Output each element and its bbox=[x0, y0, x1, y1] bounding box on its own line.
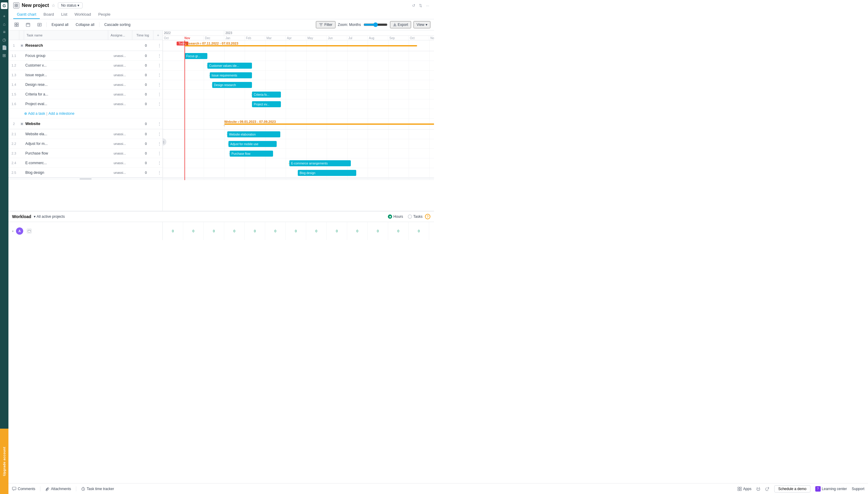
task-assignee: unassi... bbox=[111, 152, 135, 155]
month-jan23: Jan bbox=[224, 36, 245, 40]
calendar-view-button[interactable] bbox=[23, 22, 33, 28]
task-menu-button[interactable]: ⋮ bbox=[156, 170, 163, 175]
view-button[interactable]: View ▾ bbox=[413, 21, 430, 28]
sidebar: G ＋ ⌂ ≡ ◷ 📄 ⊞ 🔔 1 🔍 ⚙ Upgrade account bbox=[0, 0, 8, 247]
month-oct22: Oct bbox=[163, 36, 183, 40]
chevron-down-icon: ▾ bbox=[77, 3, 79, 7]
task-menu-button[interactable]: ⋮ bbox=[156, 160, 163, 165]
radio-tasks[interactable]: Tasks bbox=[408, 214, 423, 219]
tab-people[interactable]: People bbox=[95, 10, 114, 19]
list-view-button[interactable] bbox=[35, 22, 44, 28]
sidebar-icon-file[interactable]: 📄 bbox=[1, 44, 7, 51]
workload-filter-label: All active projects bbox=[37, 214, 65, 219]
svg-rect-16 bbox=[28, 230, 31, 232]
month-mar23: Mar bbox=[265, 36, 286, 40]
bar-label: Blog design bbox=[300, 171, 315, 175]
group-expand-icon[interactable]: ▣ bbox=[19, 44, 24, 47]
settings-icon[interactable]: ⇅ bbox=[419, 3, 422, 8]
tab-workload[interactable]: Workload bbox=[71, 10, 95, 19]
task-row: 1.6 Project eval... unassi... 0 ⋮ bbox=[8, 99, 163, 109]
add-task-button[interactable]: ⊕ Add a task bbox=[24, 111, 45, 116]
app-logo[interactable]: G bbox=[1, 2, 7, 9]
research-bar-orange[interactable] bbox=[184, 45, 417, 46]
tab-gantt-chart[interactable]: Gantt chart bbox=[13, 10, 40, 19]
task-row: 1.5 Criteria for a... unassi... 0 ⋮ bbox=[8, 90, 163, 99]
website-bar-orange[interactable] bbox=[224, 124, 434, 125]
criteria-bar[interactable]: Criteria fo... bbox=[252, 92, 281, 98]
help-icon[interactable]: ? bbox=[425, 214, 430, 219]
svg-rect-5 bbox=[17, 23, 18, 24]
gantt-chart-area[interactable]: ◁ 2022 2023 Oct Nov Dec Jan Feb Mar Apr bbox=[163, 31, 434, 211]
cascade-sorting-button[interactable]: Cascade sorting bbox=[102, 22, 133, 28]
website-label: Website ı 09.01.2023 - 07.09.2023 bbox=[224, 120, 276, 124]
task-menu-button[interactable]: ⋮ bbox=[156, 141, 163, 146]
grid-view-button[interactable] bbox=[12, 22, 21, 28]
task-timelog: 0 bbox=[135, 132, 156, 136]
task-name: Customer v... bbox=[24, 63, 111, 68]
status-label: No status bbox=[61, 3, 77, 7]
sidebar-icon-home[interactable]: ⌂ bbox=[1, 21, 7, 27]
blog-design-bar[interactable]: Blog design bbox=[298, 170, 356, 176]
task-menu-button[interactable]: ⋮ bbox=[156, 53, 163, 58]
group-menu-button-2[interactable]: ⋮ bbox=[156, 121, 163, 126]
filter-button[interactable]: Filter bbox=[316, 21, 335, 28]
zoom-slider[interactable] bbox=[364, 22, 388, 27]
task-num: 2.1 bbox=[8, 132, 19, 136]
group-menu-button[interactable]: ⋮ bbox=[156, 43, 163, 48]
add-milestone-button[interactable]: Add a milestone bbox=[49, 111, 74, 116]
task-row: 2.3 Purchase flow unassi... 0 ⋮ bbox=[8, 149, 163, 158]
adjust-mobile-bar[interactable]: Adjust for mobile use bbox=[228, 141, 277, 147]
task-menu-button[interactable]: ⋮ bbox=[156, 92, 163, 97]
calendar-icon[interactable] bbox=[27, 229, 32, 233]
task-menu-button[interactable]: ⋮ bbox=[156, 101, 163, 106]
export-button[interactable]: Export bbox=[390, 21, 411, 28]
scroll-handle[interactable] bbox=[8, 177, 163, 180]
user-avatar: A bbox=[16, 227, 23, 235]
svg-rect-8 bbox=[26, 23, 30, 26]
sidebar-icon-add[interactable]: ＋ bbox=[1, 13, 7, 19]
task-menu-button[interactable]: ⋮ bbox=[156, 151, 163, 156]
history-icon[interactable]: ↺ bbox=[412, 3, 415, 8]
website-elab-bar[interactable]: Website elaboration bbox=[227, 131, 280, 137]
sidebar-icon-list[interactable]: ≡ bbox=[1, 29, 7, 35]
expand-all-button[interactable]: Expand all bbox=[49, 22, 71, 28]
add-column-button[interactable]: ＋ bbox=[153, 31, 163, 40]
collapse-all-button[interactable]: Collapse all bbox=[73, 22, 97, 28]
task-menu-button[interactable]: ⋮ bbox=[156, 63, 163, 68]
sidebar-icon-grid[interactable]: ⊞ bbox=[1, 52, 7, 58]
task-menu-button[interactable]: ⋮ bbox=[156, 132, 163, 136]
radio-dot-hours bbox=[388, 214, 392, 219]
task-menu-button[interactable]: ⋮ bbox=[156, 82, 163, 87]
svg-rect-6 bbox=[15, 25, 16, 26]
task-row: 2.4 E-commerc... unassi... 0 ⋮ bbox=[8, 158, 163, 168]
focus-group-bar[interactable]: Focus gr... bbox=[184, 53, 207, 59]
sidebar-icon-clock[interactable]: ◷ bbox=[1, 37, 7, 43]
tab-list[interactable]: List bbox=[58, 10, 71, 19]
gantt-scroll-row[interactable] bbox=[163, 178, 434, 180]
task-name: Design rese... bbox=[24, 82, 111, 87]
workload-cell: 0 bbox=[347, 222, 368, 240]
tab-board[interactable]: Board bbox=[40, 10, 58, 19]
toolbar-separator bbox=[47, 22, 47, 27]
task-num: 1.6 bbox=[8, 102, 19, 106]
status-button[interactable]: No status ▾ bbox=[58, 2, 83, 8]
ecommerce-bar[interactable]: E-commerce arrangements bbox=[289, 160, 351, 166]
expand-icon[interactable]: ▾ bbox=[12, 230, 14, 233]
workload-dropdown[interactable]: ▾ All active projects bbox=[34, 214, 65, 219]
group-name-website: Website bbox=[24, 121, 111, 126]
purchase-flow-bar[interactable]: Purchase flow bbox=[230, 151, 273, 157]
bar-label: Design research bbox=[214, 83, 236, 87]
task-menu-button[interactable]: ⋮ bbox=[156, 73, 163, 77]
favorite-icon[interactable]: ☆ bbox=[52, 3, 55, 8]
design-research-bar[interactable]: Design research bbox=[212, 82, 252, 88]
issue-req-bar[interactable]: Issue requirements bbox=[210, 72, 252, 78]
task-group-website: 2 ▣ Website 0 ⋮ bbox=[8, 118, 163, 129]
separator: | bbox=[47, 111, 47, 116]
more-icon[interactable]: ··· bbox=[426, 3, 429, 8]
gantt-body: Today Researc bbox=[163, 40, 434, 180]
radio-hours[interactable]: Hours bbox=[388, 214, 403, 219]
group-expand-icon-2[interactable]: ▣ bbox=[19, 122, 24, 125]
customer-values-bar[interactable]: Customer values ide... bbox=[207, 63, 252, 69]
task-assignee: unassi... bbox=[111, 132, 135, 136]
project-eval-bar[interactable]: Project ev... bbox=[252, 101, 281, 107]
